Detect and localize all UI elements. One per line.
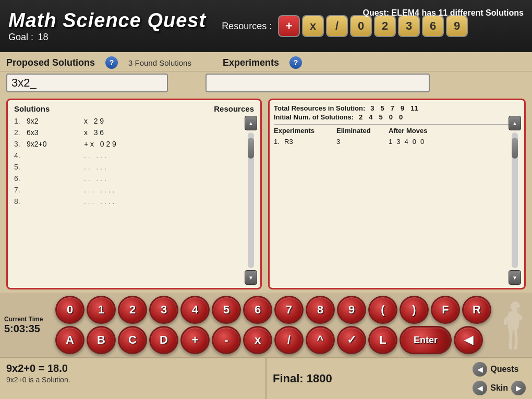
quests-arrow-left: ◀ <box>473 362 487 377</box>
time-section: Current Time 5:03:35 <box>4 316 51 335</box>
thinker-icon <box>499 301 527 351</box>
resources-column-header: Resources <box>214 104 254 113</box>
solutions-table-header: Solutions Resources <box>12 104 256 113</box>
key-b[interactable]: B <box>87 326 116 354</box>
resource-x-btn[interactable]: x <box>302 15 324 37</box>
resource-plus-btn[interactable]: + <box>278 15 300 37</box>
resource-3-btn[interactable]: 3 <box>398 15 420 37</box>
current-time-label: Current Time <box>4 316 43 323</box>
key-8[interactable]: 8 <box>306 296 335 324</box>
keyboard-section: Current Time 5:03:35 0 1 2 3 4 5 6 7 8 9… <box>0 293 532 357</box>
experiments-label-top: Experiments <box>223 57 279 68</box>
table-row: 3. 9x2+0 + x 0 2 9 <box>12 138 256 150</box>
key-open-paren[interactable]: ( <box>368 296 397 324</box>
goal-value: 18 <box>38 32 48 42</box>
initial-num-row: Initial Num. of Solutions: 2 4 5 0 0 <box>274 113 520 121</box>
right-scroll-thumb <box>512 138 518 159</box>
skin-nav-row: ◀ Skin ▶ <box>473 381 526 395</box>
right-scroll-track <box>512 132 518 268</box>
keyboard-row-1: 0 1 2 3 4 5 6 7 8 9 ( ) F R <box>55 296 491 324</box>
key-l[interactable]: L <box>368 326 397 354</box>
key-enter[interactable]: Enter <box>400 326 452 354</box>
footer-right: Final: 1800 ◀ Quests ◀ Skin ▶ <box>267 358 532 399</box>
key-2[interactable]: 2 <box>118 296 147 324</box>
key-backspace[interactable]: ◀ <box>454 326 483 354</box>
table-row: 2. 6x3 x 3 6 <box>12 127 256 138</box>
help-button-proposed[interactable]: ? <box>105 56 118 69</box>
footer: 9x2+0 = 18.0 9x2+0 is a Solution. Final:… <box>0 357 532 399</box>
footer-solution-text: 9x2+0 is a Solution. <box>6 376 259 384</box>
skin-label: Skin <box>490 383 508 393</box>
key-caret[interactable]: ^ <box>306 326 335 354</box>
skin-arrow-right[interactable]: ▶ <box>511 381 526 395</box>
proposed-solutions-label: Proposed Solutions <box>6 57 95 68</box>
header: Math Science Quest Goal : 18 Resources :… <box>0 0 532 52</box>
key-check[interactable]: ✓ <box>337 326 366 354</box>
key-0[interactable]: 0 <box>55 296 84 324</box>
key-a[interactable]: A <box>55 326 84 354</box>
footer-equation: 9x2+0 = 18.0 <box>6 362 259 374</box>
table-row: 7. . . . . . . . <box>12 184 256 196</box>
key-multiply[interactable]: x <box>243 326 272 354</box>
right-scroll-down-btn[interactable]: ▼ <box>509 270 521 285</box>
table-row: 4. . . . . . <box>12 150 256 161</box>
keyboard-rows: 0 1 2 3 4 5 6 7 8 9 ( ) F R A B C D + <box>55 296 491 354</box>
footer-left: 9x2+0 = 18.0 9x2+0 is a Solution. <box>0 358 267 399</box>
total-resources-label: Total Resources in Solution: <box>274 104 365 112</box>
keyboard-row-2: A B C D + - x / ^ ✓ L Enter ◀ <box>55 326 491 354</box>
experiments-input[interactable] <box>205 74 430 92</box>
key-d[interactable]: D <box>149 326 178 354</box>
table-row: 5. . . . . . <box>12 161 256 173</box>
resource-slash-btn[interactable]: / <box>326 15 348 37</box>
quests-label: Quests <box>490 365 518 374</box>
header-left: Math Science Quest Goal : 18 <box>8 9 206 43</box>
scroll-track <box>248 132 254 268</box>
final-score: Final: 1800 <box>273 372 466 385</box>
resource-9-btn[interactable]: 9 <box>446 15 468 37</box>
key-minus[interactable]: - <box>212 326 241 354</box>
quests-nav-btn[interactable]: ◀ Quests <box>473 362 526 377</box>
resources-label: Resources : <box>222 21 272 32</box>
table-row: 8. . . . . . . . <box>12 196 256 207</box>
solutions-column-header: Solutions <box>14 104 151 113</box>
key-4[interactable]: 4 <box>180 296 210 324</box>
panels-row: Solutions Resources 1. 9x2 x 2 9 2. 6x3 … <box>0 95 532 293</box>
key-c[interactable]: C <box>118 326 147 354</box>
proposed-input[interactable]: 3x2_ <box>6 74 168 92</box>
help-button-experiments[interactable]: ? <box>289 56 302 69</box>
quest-info: Quest: ELEM4 has 11 different Solutions <box>363 8 524 18</box>
table-row: 1. R3 3 1 3 4 0 0 <box>274 137 520 147</box>
scroll-down-btn[interactable]: ▼ <box>245 270 257 285</box>
resource-2-btn[interactable]: 2 <box>374 15 396 37</box>
key-7[interactable]: 7 <box>274 296 304 324</box>
found-solutions-text: 3 Found Solutions <box>128 58 191 67</box>
key-5[interactable]: 5 <box>212 296 241 324</box>
key-close-paren[interactable]: ) <box>400 296 429 324</box>
right-scrollbar: ▲ ▼ <box>509 116 521 285</box>
nav-buttons: ◀ Quests ◀ Skin ▶ <box>473 362 526 395</box>
top-section: Proposed Solutions ? 3 Found Solutions E… <box>0 52 532 71</box>
table-row: 1. 9x2 x 2 9 <box>12 115 256 127</box>
scroll-up-btn[interactable]: ▲ <box>245 116 257 130</box>
key-plus[interactable]: + <box>180 326 210 354</box>
exp-header-experiments: Experiments <box>274 127 336 135</box>
right-scroll-up-btn[interactable]: ▲ <box>509 116 521 130</box>
key-1[interactable]: 1 <box>87 296 116 324</box>
skin-arrow-left[interactable]: ◀ <box>473 381 487 395</box>
key-r[interactable]: R <box>462 296 491 324</box>
table-row: 6. . . . . . <box>12 173 256 184</box>
left-scrollbar: ▲ ▼ <box>245 116 257 285</box>
initial-num-label: Initial Num. of Solutions: <box>274 113 354 121</box>
goal-label: Goal : <box>8 32 33 42</box>
thinker-figure <box>498 299 528 351</box>
resource-0-btn[interactable]: 0 <box>350 15 372 37</box>
time-value: 5:03:35 <box>4 323 40 335</box>
exp-header-eliminated: Eliminated <box>336 127 389 135</box>
key-divide[interactable]: / <box>274 326 304 354</box>
scroll-thumb <box>248 138 254 159</box>
key-3[interactable]: 3 <box>149 296 178 324</box>
key-f[interactable]: F <box>431 296 460 324</box>
key-6[interactable]: 6 <box>243 296 272 324</box>
resource-6-btn[interactable]: 6 <box>422 15 444 37</box>
key-9[interactable]: 9 <box>337 296 366 324</box>
